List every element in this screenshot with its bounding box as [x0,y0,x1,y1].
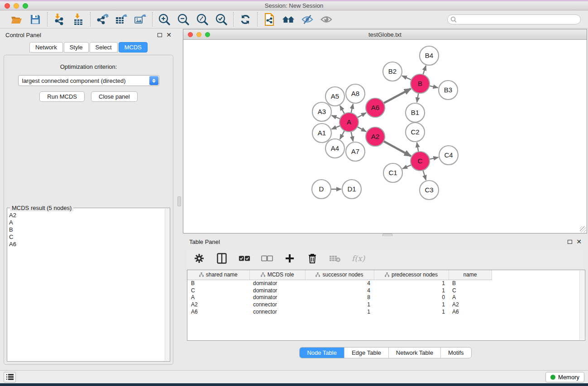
search-input[interactable] [447,14,581,24]
add-icon[interactable] [284,253,296,264]
result-item[interactable]: A6 [9,241,163,248]
graph-edge-A-A4[interactable] [340,131,344,139]
deselect-all-icon[interactable] [261,253,273,264]
table-cell[interactable]: A [449,294,492,301]
tab-edge-table[interactable]: Edge Table [344,348,389,358]
export-table-icon[interactable] [115,13,128,26]
graph-edge-A-A7[interactable] [351,132,353,142]
table-cell[interactable]: A [187,294,249,301]
zoom-fit-icon[interactable] [196,13,209,26]
graph-edge-B-B4[interactable] [423,66,426,75]
column-header[interactable]: shared name [187,270,249,280]
function-builder-icon[interactable]: f(x) [352,254,365,263]
network-minimize-button[interactable] [196,32,201,37]
delete-table-icon[interactable] [329,253,341,264]
graph-edge-A2-C[interactable] [383,141,411,156]
delete-icon[interactable] [306,253,318,264]
close-window-button[interactable] [5,3,10,9]
gear-icon[interactable] [193,253,205,264]
table-cell[interactable]: 8 [305,294,374,301]
graph-edge-A-A5[interactable] [340,105,344,114]
result-item[interactable]: B [9,226,163,234]
graph-edge-A-A3[interactable] [332,115,340,119]
table-cell[interactable]: 4 [305,280,374,287]
export-image-icon[interactable] [134,13,147,26]
tab-select[interactable]: Select [90,42,118,52]
graph-edge-C-C1[interactable] [402,165,411,169]
close-panel-button[interactable]: Close panel [91,91,138,102]
import-network-icon[interactable] [53,13,66,26]
network-close-button[interactable] [188,32,193,37]
graph-edge-A6-B[interactable] [384,89,411,103]
import-table-icon[interactable] [72,13,85,26]
network-canvas[interactable]: B4B2BB3B1A5A8A3A6AA1A2C2A4A7C4CC1C3DD1 [183,40,587,233]
network-window-titlebar[interactable]: testGlobe.txt [183,29,587,40]
table-row[interactable]: Bdominator41B [187,280,492,287]
zoom-in-icon[interactable] [158,13,171,26]
network-zoom-button[interactable] [205,32,210,37]
table-cell[interactable]: 1 [374,301,449,308]
graph-edge-A-A1[interactable] [331,126,340,129]
mcds-result-list[interactable]: A2ABCA6 [9,212,163,359]
table-cell[interactable]: 1 [374,308,449,315]
result-scrollbar[interactable] [165,209,169,361]
tab-mcds[interactable]: MCDS [119,42,148,52]
tab-network[interactable]: Network [29,42,63,52]
show-selected-icon[interactable] [320,13,333,26]
criterion-select[interactable]: largest connected component (directed) [18,75,159,86]
table-row[interactable]: Cdominator41C [187,287,492,294]
tab-node-table[interactable]: Node Table [300,348,344,358]
zoom-window-button[interactable] [23,3,28,9]
table-cell[interactable]: dominator [249,280,305,287]
table-cell[interactable]: dominator [249,287,305,294]
result-item[interactable]: C [9,234,163,241]
table-cell[interactable]: 1 [305,308,374,315]
table-cell[interactable]: B [449,280,492,287]
graph-edge-C-C4[interactable] [430,157,439,159]
graph-edge-A-A8[interactable] [351,104,353,113]
table-row[interactable]: Adominator80A [187,294,492,301]
select-all-icon[interactable] [239,253,250,264]
column-header[interactable]: MCDS role [249,270,305,280]
network-document-icon[interactable] [263,13,276,26]
tab-network-table[interactable]: Network Table [389,348,441,358]
column-header[interactable]: predecessor nodes [374,270,449,280]
table-cell[interactable]: B [187,280,249,287]
table-cell[interactable]: A2 [449,301,492,308]
graph-edge-B-B1[interactable] [417,93,419,103]
tab-motifs[interactable]: Motifs [441,348,471,358]
open-file-icon[interactable] [10,13,23,26]
table-cell[interactable]: 4 [305,287,374,294]
result-item[interactable]: A2 [9,212,163,219]
result-item[interactable]: A [9,219,163,226]
task-history-button[interactable] [4,372,16,382]
graph-edge-C-C2[interactable] [417,143,419,152]
table-cell[interactable]: C [187,287,249,294]
vertical-splitter-handle[interactable] [177,196,181,206]
window-resize-grip[interactable] [580,226,586,233]
close-table-panel-icon[interactable]: ✕ [576,239,582,244]
columns-icon[interactable] [216,253,228,264]
table-cell[interactable]: 1 [374,287,449,294]
refresh-icon[interactable] [239,13,252,26]
table-cell[interactable]: dominator [249,294,305,301]
export-network-icon[interactable] [96,13,109,26]
table-cell[interactable]: connector [249,308,305,315]
table-row[interactable]: A2connector11A2 [187,301,492,308]
table-cell[interactable]: A2 [187,301,249,308]
table-cell[interactable]: 1 [305,301,374,308]
home-icon[interactable] [282,13,295,26]
column-header[interactable]: successor nodes [305,270,374,280]
table-row[interactable]: A6connector11A6 [187,308,492,315]
table-cell[interactable]: A6 [187,308,249,315]
memory-button[interactable]: Memory [545,372,584,382]
float-table-panel-icon[interactable] [568,240,572,244]
table-cell[interactable]: A6 [449,308,492,315]
table-cell[interactable]: 0 [374,294,449,301]
table-cell[interactable]: C [449,287,492,294]
graph-edge-A-A6[interactable] [357,113,366,118]
graph-edge-B-B2[interactable] [402,76,411,80]
close-panel-icon[interactable]: ✕ [166,33,172,37]
table-cell[interactable]: connector [249,301,305,308]
graph-edge-A-A2[interactable] [357,127,366,132]
